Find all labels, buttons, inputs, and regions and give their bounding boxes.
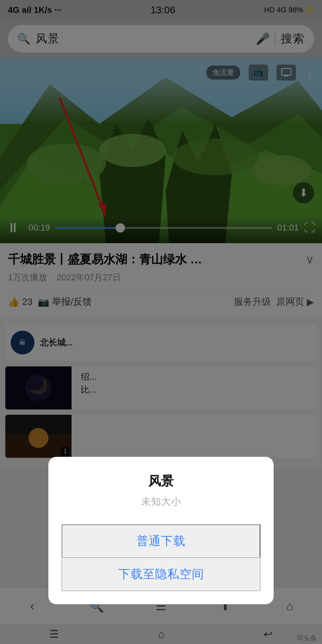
download-dialog: 风景 未知大小 普通下载 下载至隐私空间 bbox=[48, 457, 274, 604]
normal-download-button[interactable]: 普通下载 bbox=[62, 524, 260, 558]
dialog-subtitle: 未知大小 bbox=[62, 495, 260, 509]
private-download-button[interactable]: 下载至隐私空间 bbox=[62, 558, 260, 591]
dialog-title: 风景 bbox=[62, 473, 260, 490]
